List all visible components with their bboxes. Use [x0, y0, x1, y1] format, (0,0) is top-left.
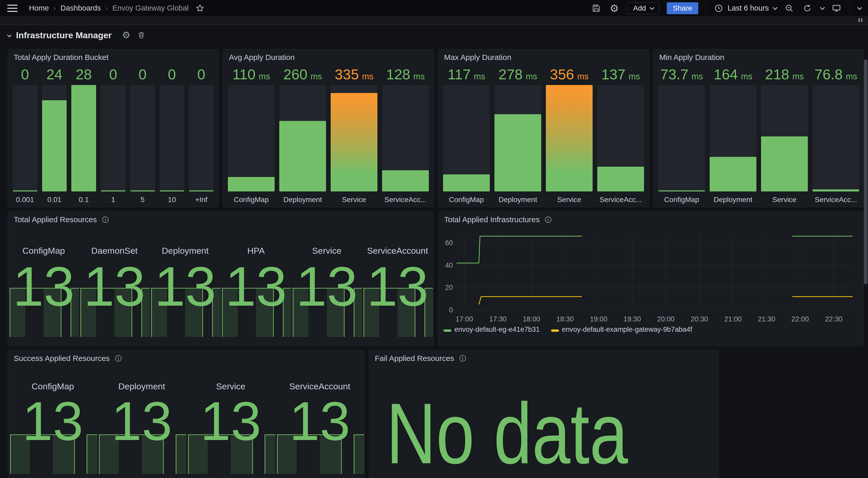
gauge-track — [443, 85, 490, 191]
gauge-track — [130, 85, 155, 191]
legend-marker[interactable] — [551, 329, 559, 332]
info-icon[interactable]: i — [101, 216, 109, 223]
gauge-value: 0 — [109, 66, 117, 85]
gauge-value: 137ms — [601, 66, 640, 85]
gauge-value: 335ms — [335, 66, 373, 85]
time-range-picker[interactable]: Last 6 hours — [714, 4, 776, 13]
gauge-label: +Inf — [195, 191, 207, 204]
share-button[interactable]: Share — [667, 2, 699, 14]
tv-mode-icon[interactable] — [831, 3, 842, 13]
panel-title[interactable]: Min Apply Duration — [659, 53, 724, 62]
stat-label: ServiceAccount — [275, 381, 365, 391]
gauge-track — [710, 85, 756, 191]
refresh-icon[interactable] — [802, 3, 812, 13]
gauge-column: 356msService — [546, 66, 593, 204]
no-data-text: No data — [386, 384, 628, 478]
x-axis-tick-label: 18:30 — [556, 315, 574, 323]
svg-text:i: i — [118, 356, 119, 361]
gauge-track — [382, 85, 429, 191]
gauge-column: 010 — [160, 66, 184, 204]
row-delete-trash-icon[interactable] — [137, 31, 146, 39]
stat-cell: Service13 — [291, 212, 362, 346]
row-settings-gear-icon[interactable]: ⚙ — [122, 30, 130, 40]
menu-icon[interactable] — [7, 5, 18, 12]
gauge-bar-fill — [189, 190, 214, 191]
panel-title[interactable]: Max Apply Duration — [444, 53, 511, 62]
info-icon[interactable]: i — [459, 355, 467, 362]
panel-title[interactable]: Total Applied Resources — [14, 215, 97, 224]
series-line — [479, 297, 582, 304]
panel-title[interactable]: Total Apply Duration Bucket — [14, 53, 108, 62]
favorite-star-icon[interactable] — [195, 4, 205, 13]
panel-title[interactable]: Avg Apply Duration — [229, 53, 295, 62]
breadcrumb-dashboards[interactable]: Dashboards — [60, 4, 101, 12]
dashboard-settings-icon[interactable]: ⚙ — [609, 3, 619, 13]
refresh-interval-chevron-icon[interactable] — [820, 5, 825, 10]
gauge-track — [71, 85, 96, 191]
stat-label: Deployment — [150, 246, 221, 256]
page-scrollbar[interactable] — [864, 59, 867, 284]
svg-text:i: i — [462, 356, 463, 361]
legend-marker[interactable] — [443, 329, 451, 332]
chevron-down-icon — [773, 5, 777, 10]
stat-value: 13 — [79, 259, 150, 314]
gauge-value: 0 — [168, 66, 176, 85]
gauge-bar-fill — [13, 190, 37, 191]
y-axis-tick-label: 0 — [449, 306, 453, 314]
gauge-value: 24 — [46, 66, 62, 85]
gauge-label: Deployment — [283, 191, 322, 204]
gauge-track — [101, 85, 126, 191]
stat-value: 13 — [8, 259, 79, 314]
panel-title[interactable]: Total Applied Infrastructures — [444, 215, 540, 224]
stat-value: 13 — [8, 394, 97, 449]
gauge-column: 117msConfigMap — [443, 66, 490, 204]
stat-value: 13 — [362, 259, 433, 314]
save-dashboard-icon[interactable] — [591, 3, 601, 13]
gauge-value: 260ms — [283, 66, 322, 85]
panel-title[interactable]: Fail Applied Resources — [375, 354, 454, 363]
bar-gauge: 00.001240.01280.101050100+Inf — [13, 66, 214, 204]
panel-resize-handle[interactable] — [859, 18, 862, 22]
legend-label[interactable]: envoy-default-eg-e41e7b31 — [455, 326, 540, 333]
gauge-track — [228, 85, 275, 191]
gauge-label: Service — [342, 191, 366, 204]
stat-cell: ConfigMap13 — [8, 212, 79, 346]
kiosk-chevron-icon[interactable] — [857, 5, 862, 10]
stat-label: ConfigMap — [8, 381, 97, 391]
legend-label[interactable]: envoy-default-example-gateway-9b7aba4f — [562, 326, 692, 333]
collapse-chevron-icon[interactable] — [7, 33, 11, 37]
row-header-infrastructure-manager[interactable]: Infrastructure Manager ⚙ — [8, 28, 146, 42]
gauge-column: 280.1 — [71, 66, 96, 204]
x-axis-tick-label: 20:30 — [691, 315, 708, 323]
row-title[interactable]: Infrastructure Manager — [16, 30, 112, 40]
info-icon[interactable]: i — [115, 355, 122, 362]
add-button[interactable]: Add — [627, 2, 659, 14]
bar-gauge: 117msConfigMap278msDeployment356msServic… — [443, 66, 644, 204]
info-icon[interactable]: i — [544, 216, 552, 223]
gauge-label: 0.01 — [47, 191, 61, 204]
gauge-label: ServiceAcc... — [384, 191, 427, 204]
gauge-bar-fill — [71, 85, 96, 191]
gauge-bar-fill — [658, 190, 705, 191]
gauge-track — [13, 85, 37, 191]
panel-title[interactable]: Success Applied Resources — [14, 354, 110, 363]
gauge-column: 260msDeployment — [279, 66, 326, 204]
gauge-track — [331, 85, 377, 191]
breadcrumb-home[interactable]: Home — [29, 4, 49, 12]
gauge-value: 0 — [138, 66, 147, 85]
toolbar-divider — [849, 3, 850, 14]
x-axis-tick-label: 20:00 — [657, 315, 675, 323]
stat-grid: ConfigMap13Deployment13Service13ServiceA… — [8, 350, 364, 478]
bar-gauge: 73.7msConfigMap164msDeployment218msServi… — [658, 66, 859, 204]
gauge-column: 01 — [101, 66, 126, 204]
x-axis-tick-label: 17:00 — [456, 315, 473, 323]
zoom-out-icon[interactable] — [784, 3, 795, 13]
stat-value: 13 — [291, 259, 362, 314]
x-axis-tick-label: 19:00 — [590, 315, 608, 323]
y-axis-tick-label: 20 — [445, 284, 453, 292]
gauge-label: 10 — [168, 191, 176, 204]
gauge-value: 28 — [76, 66, 92, 85]
time-series-chart[interactable]: 020406017:0017:3018:0018:3019:0019:3020:… — [438, 212, 864, 346]
gauge-bar-fill — [130, 190, 155, 191]
stat-label: Deployment — [97, 381, 187, 391]
